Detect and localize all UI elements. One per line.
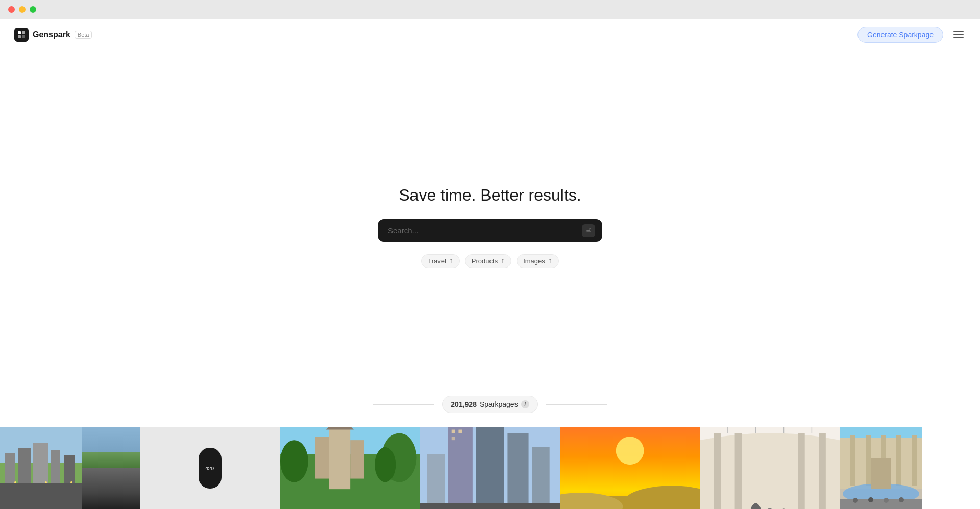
svg-rect-27 [507, 433, 528, 509]
minimize-button[interactable] [19, 6, 26, 13]
generate-sparkpage-button[interactable]: Generate Sparkpage [857, 27, 943, 43]
sparkpages-section: 201,928 Sparkpages i [0, 383, 980, 509]
svg-rect-7 [5, 453, 15, 483]
window-chrome [0, 0, 980, 19]
svg-point-36 [616, 437, 644, 465]
svg-rect-41 [700, 427, 840, 509]
hero-section: Save time. Better results. ⏎ Travel ↗ Pr… [0, 50, 980, 383]
traffic-lights [8, 6, 36, 13]
info-icon[interactable]: i [521, 400, 529, 408]
grid-item-castle[interactable] [280, 427, 420, 509]
images-arrow-icon: ↗ [546, 257, 554, 265]
svg-rect-28 [532, 447, 549, 509]
logo-icon [14, 28, 29, 42]
svg-rect-45 [819, 433, 826, 509]
quick-link-travel-label: Travel [428, 257, 446, 265]
svg-rect-9 [33, 443, 48, 483]
svg-point-14 [70, 481, 72, 483]
svg-point-23 [375, 447, 396, 482]
svg-point-67 [868, 497, 873, 502]
right-divider [546, 404, 607, 405]
svg-rect-10 [51, 450, 60, 483]
svg-point-69 [899, 497, 904, 502]
products-arrow-icon: ↗ [499, 257, 507, 265]
sparkpages-count: 201,928 [451, 400, 477, 408]
quick-link-products[interactable]: Products ↗ [465, 254, 511, 268]
svg-rect-26 [476, 427, 504, 509]
menu-line-3 [953, 37, 964, 38]
menu-line-2 [953, 34, 964, 35]
svg-rect-65 [840, 499, 922, 509]
sparkpages-badge: 201,928 Sparkpages i [442, 396, 537, 413]
grid-item-museum[interactable] [700, 427, 840, 509]
svg-rect-62 [912, 435, 917, 486]
hero-title: Save time. Better results. [399, 186, 581, 205]
svg-point-66 [853, 498, 858, 503]
grid-item-fountain[interactable] [840, 427, 980, 509]
quick-link-images-label: Images [523, 257, 545, 265]
svg-rect-8 [18, 448, 31, 483]
left-divider [373, 404, 434, 405]
svg-rect-31 [458, 430, 462, 433]
grid-item-desert[interactable] [560, 427, 700, 509]
beta-badge: Beta [75, 31, 92, 39]
svg-marker-18 [326, 427, 354, 430]
grid-item-wearable[interactable]: 4:47 [140, 427, 280, 509]
svg-rect-0 [18, 31, 21, 34]
quick-links: Travel ↗ Products ↗ Images ↗ [421, 254, 559, 268]
svg-rect-43 [735, 433, 742, 509]
quick-link-products-label: Products [472, 257, 498, 265]
travel-arrow-icon: ↗ [447, 257, 455, 265]
maximize-button[interactable] [30, 6, 36, 13]
svg-rect-17 [329, 427, 350, 489]
quick-link-travel[interactable]: Travel ↗ [421, 254, 460, 268]
svg-rect-20 [350, 440, 364, 478]
svg-rect-59 [866, 435, 871, 486]
sparkpages-counter: 201,928 Sparkpages i [373, 396, 607, 413]
svg-rect-44 [798, 433, 805, 509]
svg-rect-32 [452, 437, 455, 440]
grid-item-city-1[interactable] [0, 427, 140, 509]
svg-rect-2 [18, 35, 21, 38]
grid-item-city-2[interactable] [420, 427, 560, 509]
svg-point-13 [45, 481, 47, 483]
svg-rect-11 [64, 455, 75, 483]
svg-point-68 [884, 498, 889, 503]
svg-rect-3 [22, 35, 25, 38]
app-container: Genspark Beta Generate Sparkpage Save ti… [0, 19, 980, 509]
navbar-right: Generate Sparkpage [857, 27, 966, 43]
search-input[interactable] [378, 219, 602, 242]
close-button[interactable] [8, 6, 15, 13]
svg-rect-1 [22, 31, 25, 34]
quick-link-images[interactable]: Images ↗ [517, 254, 559, 268]
wearable-device: 4:47 [199, 448, 222, 489]
svg-point-21 [280, 440, 308, 482]
svg-rect-29 [427, 454, 445, 509]
search-bar: ⏎ [378, 219, 602, 242]
svg-rect-19 [315, 437, 329, 478]
menu-line-1 [953, 31, 964, 32]
navbar-left: Genspark Beta [14, 28, 92, 42]
svg-rect-34 [420, 503, 560, 509]
hamburger-menu-icon[interactable] [951, 29, 966, 40]
svg-rect-30 [452, 430, 455, 433]
svg-rect-64 [871, 458, 891, 489]
svg-rect-6 [0, 483, 82, 509]
logo-text: Genspark [33, 30, 70, 39]
svg-point-12 [14, 481, 16, 483]
navbar: Genspark Beta Generate Sparkpage [0, 19, 980, 50]
sparkpages-label: Sparkpages [480, 400, 518, 408]
svg-rect-58 [850, 435, 855, 486]
search-enter-icon: ⏎ [582, 224, 595, 237]
image-grid: 4:47 [0, 427, 980, 509]
svg-rect-61 [896, 435, 901, 486]
svg-rect-42 [714, 433, 721, 509]
